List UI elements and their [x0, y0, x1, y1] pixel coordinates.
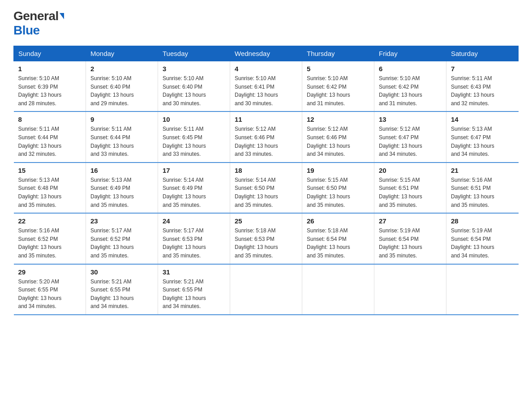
- day-info: Sunrise: 5:14 AMSunset: 6:49 PMDaylight:…: [163, 177, 206, 208]
- day-info: Sunrise: 5:15 AMSunset: 6:50 PMDaylight:…: [307, 177, 350, 208]
- calendar-cell: 7Sunrise: 5:11 AMSunset: 6:43 PMDaylight…: [446, 61, 519, 112]
- day-info: Sunrise: 5:11 AMSunset: 6:43 PMDaylight:…: [451, 75, 494, 107]
- calendar-cell: [230, 264, 302, 315]
- calendar-cell: 11Sunrise: 5:12 AMSunset: 6:46 PMDayligh…: [230, 111, 302, 162]
- calendar-cell: 27Sunrise: 5:19 AMSunset: 6:54 PMDayligh…: [374, 213, 446, 264]
- calendar-cell: 12Sunrise: 5:12 AMSunset: 6:46 PMDayligh…: [302, 111, 374, 162]
- day-number: 26: [307, 217, 369, 225]
- calendar-cell: 21Sunrise: 5:16 AMSunset: 6:51 PMDayligh…: [446, 163, 519, 213]
- logo-blue-text: Blue: [13, 23, 40, 38]
- day-info: Sunrise: 5:16 AMSunset: 6:52 PMDaylight:…: [18, 227, 62, 259]
- day-info: Sunrise: 5:10 AMSunset: 6:40 PMDaylight:…: [163, 75, 206, 107]
- day-info: Sunrise: 5:11 AMSunset: 6:45 PMDaylight:…: [163, 126, 206, 157]
- calendar-cell: 9Sunrise: 5:11 AMSunset: 6:44 PMDaylight…: [86, 111, 158, 162]
- day-info: Sunrise: 5:17 AMSunset: 6:53 PMDaylight:…: [163, 227, 206, 259]
- week-row-2: 8Sunrise: 5:11 AMSunset: 6:44 PMDaylight…: [14, 111, 519, 162]
- day-number: 13: [379, 116, 442, 123]
- week-row-5: 29Sunrise: 5:20 AMSunset: 6:55 PMDayligh…: [14, 264, 519, 315]
- page-header: General Blue: [13, 9, 519, 38]
- calendar-cell: 5Sunrise: 5:10 AMSunset: 6:42 PMDaylight…: [302, 61, 374, 112]
- day-info: Sunrise: 5:18 AMSunset: 6:54 PMDaylight:…: [307, 227, 350, 259]
- day-number: 3: [163, 65, 225, 73]
- calendar-cell: 20Sunrise: 5:15 AMSunset: 6:51 PMDayligh…: [374, 163, 446, 213]
- day-number: 21: [451, 167, 514, 174]
- calendar-cell: 15Sunrise: 5:13 AMSunset: 6:48 PMDayligh…: [14, 163, 86, 213]
- day-info: Sunrise: 5:13 AMSunset: 6:48 PMDaylight:…: [18, 177, 62, 208]
- day-number: 17: [163, 167, 225, 174]
- calendar-cell: 8Sunrise: 5:11 AMSunset: 6:44 PMDaylight…: [14, 111, 86, 162]
- day-number: 18: [235, 167, 297, 174]
- weekday-tuesday: Tuesday: [158, 46, 230, 61]
- day-info: Sunrise: 5:15 AMSunset: 6:51 PMDaylight:…: [379, 177, 422, 208]
- day-info: Sunrise: 5:11 AMSunset: 6:44 PMDaylight:…: [18, 126, 62, 157]
- calendar-cell: 22Sunrise: 5:16 AMSunset: 6:52 PMDayligh…: [14, 213, 86, 264]
- calendar-cell: 23Sunrise: 5:17 AMSunset: 6:52 PMDayligh…: [86, 213, 158, 264]
- weekday-header-row: SundayMondayTuesdayWednesdayThursdayFrid…: [14, 46, 519, 61]
- calendar-header: SundayMondayTuesdayWednesdayThursdayFrid…: [14, 46, 519, 61]
- day-number: 29: [18, 268, 82, 276]
- day-info: Sunrise: 5:10 AMSunset: 6:42 PMDaylight:…: [379, 75, 422, 107]
- day-info: Sunrise: 5:10 AMSunset: 6:40 PMDaylight:…: [90, 75, 134, 107]
- day-info: Sunrise: 5:19 AMSunset: 6:54 PMDaylight:…: [379, 227, 422, 259]
- calendar-cell: 18Sunrise: 5:14 AMSunset: 6:50 PMDayligh…: [230, 163, 302, 213]
- day-info: Sunrise: 5:21 AMSunset: 6:55 PMDaylight:…: [163, 278, 206, 310]
- day-info: Sunrise: 5:12 AMSunset: 6:46 PMDaylight:…: [307, 126, 350, 157]
- day-info: Sunrise: 5:12 AMSunset: 6:47 PMDaylight:…: [379, 126, 422, 157]
- day-number: 15: [18, 167, 82, 174]
- calendar-cell: 29Sunrise: 5:20 AMSunset: 6:55 PMDayligh…: [14, 264, 86, 315]
- calendar-cell: 2Sunrise: 5:10 AMSunset: 6:40 PMDaylight…: [86, 61, 158, 112]
- weekday-friday: Friday: [374, 46, 446, 61]
- calendar-cell: 3Sunrise: 5:10 AMSunset: 6:40 PMDaylight…: [158, 61, 230, 112]
- day-number: 27: [379, 217, 442, 225]
- day-info: Sunrise: 5:11 AMSunset: 6:44 PMDaylight:…: [90, 126, 134, 157]
- calendar-cell: [446, 264, 519, 315]
- day-info: Sunrise: 5:10 AMSunset: 6:39 PMDaylight:…: [18, 75, 62, 107]
- calendar-cell: 30Sunrise: 5:21 AMSunset: 6:55 PMDayligh…: [86, 264, 158, 315]
- day-info: Sunrise: 5:17 AMSunset: 6:52 PMDaylight:…: [90, 227, 134, 259]
- logo-general-text: General: [13, 9, 64, 23]
- calendar-cell: 24Sunrise: 5:17 AMSunset: 6:53 PMDayligh…: [158, 213, 230, 264]
- weekday-saturday: Saturday: [446, 46, 519, 61]
- calendar-cell: 28Sunrise: 5:19 AMSunset: 6:54 PMDayligh…: [446, 213, 519, 264]
- calendar-table: SundayMondayTuesdayWednesdayThursdayFrid…: [13, 46, 519, 315]
- logo: General Blue: [13, 9, 64, 38]
- weekday-thursday: Thursday: [302, 46, 374, 61]
- day-number: 20: [379, 167, 442, 174]
- calendar-cell: 6Sunrise: 5:10 AMSunset: 6:42 PMDaylight…: [374, 61, 446, 112]
- day-number: 7: [451, 65, 514, 73]
- day-info: Sunrise: 5:19 AMSunset: 6:54 PMDaylight:…: [451, 227, 494, 259]
- day-number: 12: [307, 116, 369, 123]
- day-number: 16: [90, 167, 153, 174]
- day-number: 19: [307, 167, 369, 174]
- day-number: 25: [235, 217, 297, 225]
- week-row-3: 15Sunrise: 5:13 AMSunset: 6:48 PMDayligh…: [14, 163, 519, 213]
- calendar-body: 1Sunrise: 5:10 AMSunset: 6:39 PMDaylight…: [14, 61, 519, 315]
- calendar-cell: 14Sunrise: 5:13 AMSunset: 6:47 PMDayligh…: [446, 111, 519, 162]
- calendar-cell: 4Sunrise: 5:10 AMSunset: 6:41 PMDaylight…: [230, 61, 302, 112]
- day-number: 1: [18, 65, 82, 73]
- day-info: Sunrise: 5:21 AMSunset: 6:55 PMDaylight:…: [90, 278, 134, 310]
- weekday-monday: Monday: [86, 46, 158, 61]
- day-number: 22: [18, 217, 82, 225]
- day-number: 4: [235, 65, 297, 73]
- calendar-cell: 10Sunrise: 5:11 AMSunset: 6:45 PMDayligh…: [158, 111, 230, 162]
- calendar-cell: 31Sunrise: 5:21 AMSunset: 6:55 PMDayligh…: [158, 264, 230, 315]
- day-info: Sunrise: 5:18 AMSunset: 6:53 PMDaylight:…: [235, 227, 278, 259]
- day-number: 6: [379, 65, 442, 73]
- day-info: Sunrise: 5:16 AMSunset: 6:51 PMDaylight:…: [451, 177, 494, 208]
- calendar-cell: 19Sunrise: 5:15 AMSunset: 6:50 PMDayligh…: [302, 163, 374, 213]
- week-row-1: 1Sunrise: 5:10 AMSunset: 6:39 PMDaylight…: [14, 61, 519, 112]
- day-info: Sunrise: 5:10 AMSunset: 6:41 PMDaylight:…: [235, 75, 278, 107]
- day-info: Sunrise: 5:13 AMSunset: 6:49 PMDaylight:…: [90, 177, 134, 208]
- week-row-4: 22Sunrise: 5:16 AMSunset: 6:52 PMDayligh…: [14, 213, 519, 264]
- day-number: 30: [90, 268, 153, 276]
- day-info: Sunrise: 5:14 AMSunset: 6:50 PMDaylight:…: [235, 177, 278, 208]
- calendar-cell: 25Sunrise: 5:18 AMSunset: 6:53 PMDayligh…: [230, 213, 302, 264]
- calendar-cell: [302, 264, 374, 315]
- day-info: Sunrise: 5:12 AMSunset: 6:46 PMDaylight:…: [235, 126, 278, 157]
- day-number: 5: [307, 65, 369, 73]
- day-number: 9: [90, 116, 153, 123]
- calendar-cell: 13Sunrise: 5:12 AMSunset: 6:47 PMDayligh…: [374, 111, 446, 162]
- day-number: 23: [90, 217, 153, 225]
- day-number: 14: [451, 116, 514, 123]
